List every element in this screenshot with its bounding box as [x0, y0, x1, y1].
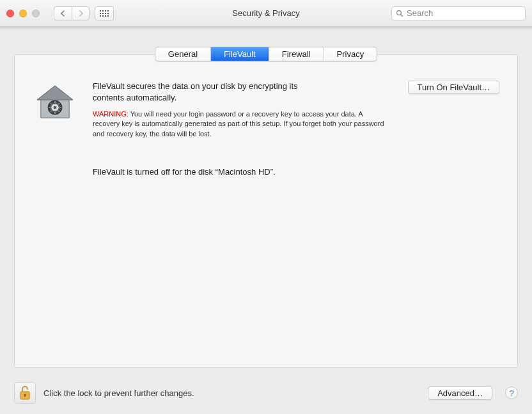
- svg-rect-17: [24, 395, 26, 397]
- advanced-button[interactable]: Advanced…: [428, 386, 492, 400]
- search-input[interactable]: [407, 8, 521, 18]
- filevault-icon: [35, 84, 75, 122]
- forward-button[interactable]: [72, 6, 90, 20]
- zoom-window-button[interactable]: [32, 10, 40, 17]
- tab-firewall[interactable]: Firewall: [269, 47, 324, 61]
- help-button[interactable]: ?: [505, 386, 518, 399]
- search-icon: [396, 10, 403, 17]
- window-titlebar: Security & Privacy: [0, 0, 532, 27]
- search-field-wrap[interactable]: [391, 6, 526, 20]
- close-window-button[interactable]: [6, 10, 14, 17]
- chevron-right-icon: [78, 10, 84, 17]
- tab-bar: General FileVault Firewall Privacy: [155, 47, 377, 61]
- lock-button[interactable]: [14, 382, 36, 404]
- warning-label: WARNING:: [93, 110, 129, 118]
- unlocked-padlock-icon: [19, 385, 31, 401]
- svg-point-5: [54, 106, 57, 109]
- grid-icon: [100, 10, 109, 17]
- back-button[interactable]: [54, 6, 72, 20]
- warning-body: You will need your login password or a r…: [93, 110, 384, 138]
- lock-hint-text: Click the lock to prevent further change…: [43, 388, 194, 398]
- nav-back-forward: [54, 6, 90, 20]
- tab-general[interactable]: General: [155, 47, 211, 61]
- chevron-left-icon: [60, 10, 66, 17]
- svg-line-1: [401, 14, 403, 16]
- filevault-panel: FileVault secures the data on your disk …: [14, 54, 518, 368]
- traffic-lights: [6, 10, 40, 17]
- tab-privacy[interactable]: Privacy: [324, 47, 377, 61]
- tab-filevault[interactable]: FileVault: [211, 47, 269, 61]
- filevault-warning: WARNING: You will need your login passwo…: [93, 109, 387, 139]
- show-all-button[interactable]: [95, 6, 114, 20]
- filevault-headline: FileVault secures the data on your disk …: [93, 81, 323, 103]
- minimize-window-button[interactable]: [19, 10, 27, 17]
- window-footer: Click the lock to prevent further change…: [0, 382, 532, 414]
- turn-on-filevault-button[interactable]: Turn On FileVault…: [408, 81, 499, 94]
- filevault-status: FileVault is turned off for the disk “Ma…: [93, 167, 387, 177]
